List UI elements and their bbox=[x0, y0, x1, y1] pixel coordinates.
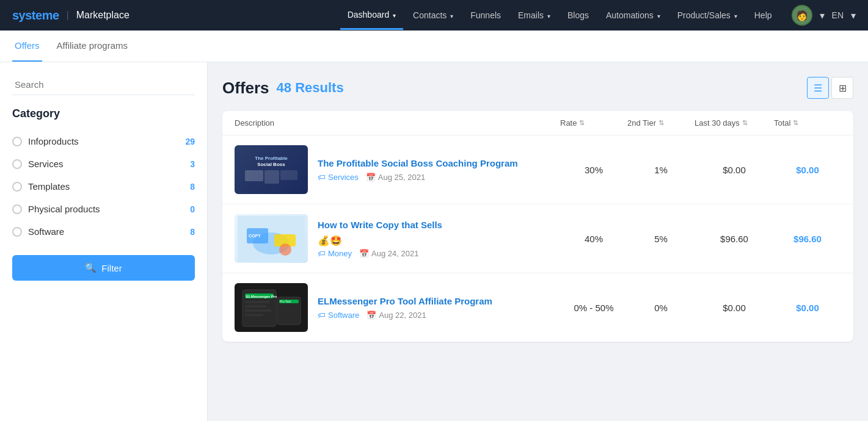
offer-emoji-2: 💰🤩 bbox=[318, 235, 560, 246]
lang-caret[interactable]: ▾ bbox=[851, 10, 856, 21]
category-physical[interactable]: Physical products 0 bbox=[12, 198, 195, 220]
radio-physical[interactable] bbox=[12, 204, 22, 214]
rate-value-2: 40% bbox=[560, 234, 627, 244]
offer-desc-1: The ProfitableSocial Boss The Profitable… bbox=[235, 145, 560, 194]
last30-value-3: $0.00 bbox=[695, 303, 774, 313]
automations-caret: ▾ bbox=[657, 13, 660, 20]
offer-tag-software: 🏷 Software bbox=[318, 311, 359, 320]
offers-header: Offers 48 Results ☰ ⊞ bbox=[222, 77, 853, 99]
nav-marketplace: Marketplace bbox=[76, 10, 129, 21]
svg-text:Pro Tool: Pro Tool bbox=[280, 300, 291, 303]
search-icon: 🔍 bbox=[85, 262, 97, 273]
thumbnail-social-boss: The ProfitableSocial Boss bbox=[235, 145, 308, 194]
offers-table: Description Rate ⇅ 2nd Tier ⇅ Last 30 da… bbox=[222, 111, 853, 342]
col-rate[interactable]: Rate ⇅ bbox=[560, 118, 627, 128]
calendar-icon: 📅 bbox=[367, 311, 376, 320]
radio-software[interactable] bbox=[12, 227, 22, 237]
contacts-caret: ▾ bbox=[450, 13, 453, 20]
thumbnail-elmessenger: ELMessenger Pro Pro Tool bbox=[235, 283, 308, 332]
offer-desc-3: ELMessenger Pro Pro Tool bbox=[235, 283, 560, 332]
lang-selector[interactable]: EN bbox=[832, 10, 844, 20]
results-count: 48 Results bbox=[277, 80, 344, 96]
offer-info-1: The Profitable Social Boss Coaching Prog… bbox=[318, 157, 560, 182]
avatar[interactable]: 🧑 bbox=[792, 5, 812, 26]
table-header: Description Rate ⇅ 2nd Tier ⇅ Last 30 da… bbox=[222, 111, 853, 135]
category-services[interactable]: Services 3 bbox=[12, 153, 195, 175]
tag-icon: 🏷 bbox=[318, 249, 326, 258]
svg-point-4 bbox=[279, 243, 291, 256]
col-description: Description bbox=[235, 118, 560, 128]
grid-view-icon: ⊞ bbox=[839, 82, 847, 94]
tier-sort-icon: ⇅ bbox=[658, 119, 664, 127]
category-infoproducts[interactable]: Infoproducts 29 bbox=[12, 130, 195, 153]
nav-automations[interactable]: Automations ▾ bbox=[599, 2, 668, 29]
brand-logo[interactable]: systeme bbox=[12, 9, 59, 23]
table-row: COPY How to Write Copy that Sells 💰🤩 🏷 bbox=[222, 204, 853, 273]
radio-templates[interactable] bbox=[12, 182, 22, 192]
offer-date-1: 📅 Aug 25, 2021 bbox=[366, 173, 425, 182]
rate-value-1: 30% bbox=[560, 165, 627, 175]
col-2nd-tier[interactable]: 2nd Tier ⇅ bbox=[627, 118, 695, 128]
nav-emails[interactable]: Emails ▾ bbox=[511, 2, 558, 29]
total-value-3: $0.00 bbox=[774, 303, 841, 313]
svg-text:COPY: COPY bbox=[249, 234, 261, 238]
top-nav: systeme | Marketplace Dashboard ▾ Contac… bbox=[0, 0, 868, 31]
nav-contacts[interactable]: Contacts ▾ bbox=[406, 2, 461, 29]
tab-affiliate-programs[interactable]: Affiliate programs bbox=[54, 31, 130, 62]
nav-help[interactable]: Help bbox=[747, 2, 779, 29]
offer-meta-1: 🏷 Services 📅 Aug 25, 2021 bbox=[318, 173, 560, 182]
tier-value-2: 5% bbox=[627, 234, 695, 244]
tier-value-1: 1% bbox=[627, 165, 695, 175]
offer-title-1[interactable]: The Profitable Social Boss Coaching Prog… bbox=[318, 157, 560, 170]
last30-value-2: $96.60 bbox=[695, 234, 774, 244]
last30-sort-icon: ⇅ bbox=[742, 119, 748, 127]
last30-value-1: $0.00 bbox=[695, 165, 774, 175]
nav-dashboard[interactable]: Dashboard ▾ bbox=[340, 1, 403, 30]
list-view-button[interactable]: ☰ bbox=[807, 77, 829, 99]
nav-center: Dashboard ▾ Contacts ▾ Funnels Emails ▾ … bbox=[340, 1, 779, 30]
offer-info-2: How to Write Copy that Sells 💰🤩 🏷 Money … bbox=[318, 219, 560, 258]
svg-rect-10 bbox=[245, 301, 269, 303]
calendar-icon: 📅 bbox=[366, 173, 376, 182]
filter-button[interactable]: 🔍 Filter bbox=[12, 255, 195, 281]
category-software[interactable]: Software 8 bbox=[12, 220, 195, 243]
table-row: The ProfitableSocial Boss The Profitable… bbox=[222, 135, 853, 204]
offer-desc-2: COPY How to Write Copy that Sells 💰🤩 🏷 bbox=[235, 214, 560, 263]
rate-sort-icon: ⇅ bbox=[579, 119, 585, 127]
content-area: Offers 48 Results ☰ ⊞ Description Rate ⇅ bbox=[208, 62, 868, 421]
svg-rect-11 bbox=[245, 305, 266, 308]
nav-blogs[interactable]: Blogs bbox=[560, 2, 596, 29]
search-input[interactable] bbox=[12, 74, 195, 95]
offer-title-2[interactable]: How to Write Copy that Sells bbox=[318, 219, 560, 231]
thumbnail-copy: COPY bbox=[235, 214, 308, 263]
page-title: Offers bbox=[222, 79, 269, 98]
col-total[interactable]: Total ⇅ bbox=[774, 118, 841, 128]
tabs-row: Offers Affiliate programs bbox=[0, 31, 868, 62]
grid-view-button[interactable]: ⊞ bbox=[831, 77, 853, 99]
category-heading: Category bbox=[12, 107, 195, 120]
table-row: ELMessenger Pro Pro Tool bbox=[222, 273, 853, 342]
total-value-1: $0.00 bbox=[774, 165, 841, 175]
radio-infoproducts[interactable] bbox=[12, 137, 22, 146]
offer-info-3: ELMessenger Pro Tool Affiliate Program 🏷… bbox=[318, 295, 560, 320]
list-view-icon: ☰ bbox=[814, 82, 822, 94]
avatar-caret[interactable]: ▾ bbox=[820, 10, 825, 21]
calendar-icon: 📅 bbox=[359, 249, 369, 258]
emails-caret: ▾ bbox=[547, 13, 550, 20]
total-sort-icon: ⇅ bbox=[793, 119, 798, 127]
tag-icon: 🏷 bbox=[318, 173, 326, 182]
offer-title-3[interactable]: ELMessenger Pro Tool Affiliate Program bbox=[318, 295, 560, 308]
category-templates[interactable]: Templates 8 bbox=[12, 175, 195, 198]
view-toggle: ☰ ⊞ bbox=[807, 77, 853, 99]
tag-icon: 🏷 bbox=[318, 311, 326, 320]
svg-rect-13 bbox=[245, 314, 263, 316]
col-last30[interactable]: Last 30 days ⇅ bbox=[695, 118, 774, 128]
offer-meta-3: 🏷 Software 📅 Aug 22, 2021 bbox=[318, 311, 560, 320]
radio-services[interactable] bbox=[12, 159, 22, 169]
nav-funnels[interactable]: Funnels bbox=[463, 2, 508, 29]
tab-offers[interactable]: Offers bbox=[12, 31, 42, 62]
total-value-2: $96.60 bbox=[774, 234, 841, 244]
offer-tag-services: 🏷 Services bbox=[318, 173, 359, 182]
nav-product-sales[interactable]: Product/Sales ▾ bbox=[670, 2, 745, 29]
product-caret: ▾ bbox=[734, 13, 737, 20]
